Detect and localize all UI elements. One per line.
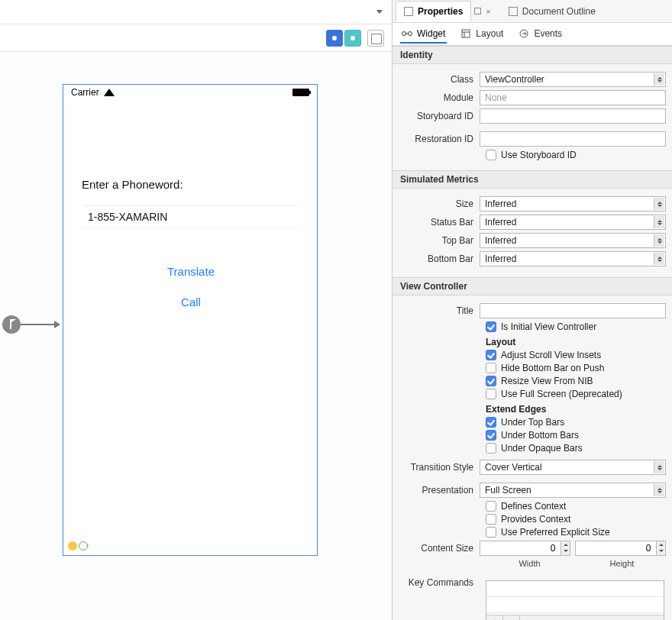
sim-size-select[interactable]: Inferred (480, 196, 666, 212)
vc-title-input[interactable] (480, 303, 666, 318)
phoneword-prompt-label: Enter a Phoneword: (82, 178, 183, 191)
select-caret-icon (654, 216, 664, 228)
adjust-scroll-checkbox[interactable] (486, 350, 496, 360)
call-button[interactable]: Call (82, 295, 300, 308)
key-commands-label: Key Commands (399, 576, 480, 588)
warning-dot-icon[interactable] (68, 541, 77, 551)
sim-bottombar-label: Bottom Bar (399, 253, 480, 264)
height-stepper[interactable] (657, 541, 666, 556)
bounds-toggle-button[interactable] (367, 30, 384, 47)
constraint-mode-a-button[interactable] (326, 30, 343, 47)
subtab-widget[interactable]: Widget (400, 25, 447, 44)
inspector-panel: Properties × Document Outline Widget Lay… (392, 0, 672, 620)
phoneword-text-field[interactable]: 1-855-XAMARIN (82, 205, 300, 228)
presentation-select[interactable]: Full Screen (480, 483, 666, 498)
width-caption: Width (486, 559, 573, 568)
select-caret-icon (654, 234, 664, 247)
use-preferred-size-label: Use Preferred Explicit Size (501, 527, 610, 538)
svg-point-2 (402, 31, 406, 35)
restoration-id-label: Restoration ID (399, 134, 480, 144)
hide-bottom-label: Hide Bottom Bar on Push (501, 363, 604, 373)
battery-icon (292, 89, 309, 96)
section-identity: Class ViewController Module None Storybo… (393, 64, 672, 170)
add-dot-icon[interactable] (79, 541, 88, 551)
sim-topbar-label: Top Bar (399, 235, 480, 246)
dropdown-caret-icon (376, 10, 383, 14)
tab-properties-label: Properties (418, 6, 463, 17)
designer-canvas: Carrier Enter a Phoneword: 1-855-XAMARIN… (0, 0, 392, 620)
provides-context-label: Provides Context (501, 514, 570, 525)
adjust-scroll-label: Adjust Scroll View Insets (501, 350, 601, 360)
height-caption: Height (578, 559, 666, 568)
under-bottom-checkbox[interactable] (486, 430, 496, 441)
device-status-bar: Carrier (63, 85, 317, 100)
svg-point-3 (409, 31, 412, 35)
flag-icon (8, 321, 15, 328)
module-label: Module (399, 92, 480, 103)
tab-document-outline-label: Document Outline (522, 6, 596, 17)
select-caret-icon (654, 253, 664, 265)
under-opaque-checkbox[interactable] (486, 443, 496, 454)
tab-document-outline[interactable]: Document Outline (500, 1, 604, 22)
initial-vc-indicator[interactable] (2, 315, 21, 334)
resize-nib-checkbox[interactable] (486, 376, 496, 386)
panel-close-button[interactable]: × (486, 7, 490, 16)
svg-point-1 (351, 36, 355, 40)
key-commands-list[interactable]: + − (486, 580, 664, 620)
hide-bottom-checkbox[interactable] (486, 363, 496, 373)
transition-style-select[interactable]: Cover Vertical (480, 460, 666, 475)
key-commands-add-button[interactable]: + (486, 615, 503, 620)
defines-context-checkbox[interactable] (486, 501, 496, 512)
select-caret-icon (654, 461, 664, 473)
presentation-label: Presentation (399, 485, 480, 496)
constraint-mode-b-button[interactable] (344, 30, 361, 47)
is-initial-vc-label: Is Initial View Controller (501, 321, 596, 332)
content-width-input[interactable] (480, 541, 561, 556)
restoration-id-input[interactable] (480, 131, 666, 147)
subtab-layout[interactable]: Layout (459, 25, 505, 44)
translate-button[interactable]: Translate (82, 265, 300, 278)
subtab-events[interactable]: Events (517, 25, 564, 44)
device-frame[interactable]: Carrier Enter a Phoneword: 1-855-XAMARIN… (63, 84, 318, 556)
provides-context-checkbox[interactable] (486, 514, 496, 525)
tab-properties[interactable]: Properties (396, 1, 471, 22)
defines-context-label: Defines Context (501, 501, 566, 512)
width-stepper[interactable] (561, 541, 570, 556)
sim-bottombar-select[interactable]: Inferred (480, 251, 666, 266)
resize-nib-label: Resize View From NIB (501, 376, 593, 386)
module-input[interactable]: None (480, 90, 666, 105)
under-opaque-label: Under Opaque Bars (501, 443, 583, 454)
content-height-input[interactable] (575, 541, 657, 556)
svg-point-0 (332, 36, 337, 40)
use-storyboard-id-checkbox[interactable] (486, 150, 496, 160)
sim-topbar-select[interactable]: Inferred (480, 233, 666, 248)
canvas-top-dropdown[interactable] (0, 0, 392, 24)
canvas-toolbar (0, 24, 392, 52)
inspector-panel-tabs: Properties × Document Outline (393, 0, 672, 23)
layout-heading: Layout (486, 337, 666, 347)
use-preferred-size-checkbox[interactable] (486, 527, 496, 538)
use-storyboard-id-label: Use Storyboard ID (501, 150, 577, 160)
sim-statusbar-select[interactable]: Inferred (480, 215, 666, 230)
subtab-events-label: Events (534, 28, 562, 39)
content-size-label: Content Size (399, 543, 480, 554)
storyboard-id-input[interactable] (480, 108, 666, 124)
under-top-checkbox[interactable] (486, 417, 496, 428)
sim-statusbar-label: Status Bar (399, 217, 480, 228)
transition-style-label: Transition Style (399, 462, 480, 473)
select-caret-icon (654, 484, 664, 496)
class-select[interactable]: ViewController (480, 72, 666, 87)
class-label: Class (399, 74, 480, 85)
panel-undock-button[interactable] (474, 8, 481, 15)
use-full-screen-label: Use Full Screen (Deprecated) (501, 389, 622, 399)
events-subtab-icon (519, 28, 529, 39)
doc-outline-tab-icon (509, 7, 518, 16)
use-full-screen-checkbox[interactable] (486, 389, 496, 399)
vc-title-label: Title (399, 305, 480, 316)
inspector-subtabs: Widget Layout Events (393, 23, 672, 46)
svg-rect-5 (462, 30, 470, 37)
initial-vc-arrow-icon (21, 324, 59, 325)
extend-edges-heading: Extend Edges (486, 404, 666, 415)
key-commands-remove-button[interactable]: − (503, 615, 520, 620)
is-initial-vc-checkbox[interactable] (486, 321, 496, 332)
